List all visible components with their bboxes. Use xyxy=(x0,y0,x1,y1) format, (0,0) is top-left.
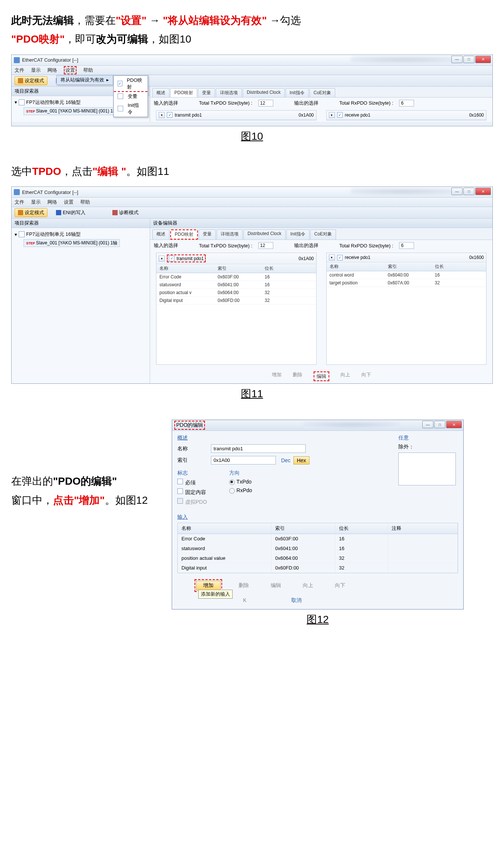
ok-button[interactable]: K xyxy=(243,597,246,604)
minimize-button[interactable]: — xyxy=(422,421,433,428)
index-input[interactable]: 0x1A00 xyxy=(211,456,276,464)
checkbox-icon[interactable] xyxy=(177,479,183,484)
opt-var[interactable]: 变量 xyxy=(114,91,147,101)
tab-detail[interactable]: 详细选项 xyxy=(217,229,243,240)
table-row[interactable]: Digital input0x60FD:0032 xyxy=(156,297,316,305)
expand-icon[interactable]: ▾ xyxy=(159,256,165,262)
menu-view[interactable]: 显示 xyxy=(31,199,41,206)
menu-settings[interactable]: 设置 xyxy=(64,199,74,206)
cancel-button[interactable]: 取消 xyxy=(291,597,302,604)
edit-button[interactable]: 编辑 xyxy=(265,581,286,590)
menu-help[interactable]: 帮助 xyxy=(80,199,90,206)
tab-pdo[interactable]: PDO映射 xyxy=(170,229,198,240)
submenu-enable-edit[interactable]: 将从站编辑设为有效▸ xyxy=(57,75,113,84)
rpdo-panel: ▾✓receive pdo10x1600 名称索引位长 control word… xyxy=(326,253,487,365)
section-any: 任意 xyxy=(398,435,458,441)
close-button[interactable]: ✕ xyxy=(475,188,491,195)
save-icon xyxy=(56,210,61,215)
instruction-3: 在弹出的"PDO的编辑" 窗口中，点击"增加"。如图12 xyxy=(11,472,161,510)
tab-overview[interactable]: 概述 xyxy=(152,88,169,97)
tree-slave[interactable]: STEPSlave_001 [YAKO MS-MINI3E] (001) 1轴 xyxy=(24,239,120,247)
table-row[interactable]: Error Code0x603F:0016 xyxy=(178,534,458,544)
table-row[interactable]: target position0x607A:0032 xyxy=(327,279,486,287)
delete-button[interactable]: 删除 xyxy=(233,581,254,590)
rxsize-input[interactable]: 6 xyxy=(399,242,414,249)
radio-txpdo[interactable] xyxy=(229,479,235,485)
radio-rxpdo[interactable] xyxy=(229,488,235,494)
expand-icon[interactable]: ▾ xyxy=(329,254,335,260)
checkbox-icon[interactable]: ✓ xyxy=(167,112,172,118)
tab-overview[interactable]: 概述 xyxy=(152,229,169,240)
rxsize-input[interactable]: 6 xyxy=(399,100,414,107)
device-editor: 设备编辑器 概述 PDO映射 变量 详细选项 Distributed Clock… xyxy=(150,219,492,383)
wrench-icon xyxy=(18,78,23,83)
add-button[interactable]: 增加 xyxy=(196,581,221,590)
maximize-button[interactable]: □ xyxy=(434,421,445,428)
menu-view[interactable]: 显示 xyxy=(31,67,41,74)
tab-coe[interactable]: CoE对象 xyxy=(310,229,336,240)
dec-button[interactable]: Dec xyxy=(281,457,290,463)
except-list[interactable] xyxy=(398,453,456,485)
tab-init[interactable]: Init指令 xyxy=(286,229,309,240)
mode-button[interactable]: 设定模式 xyxy=(15,208,47,217)
instruction-2: 选中TPDO，点击"编辑 "。如图11 xyxy=(11,162,493,181)
maximize-button[interactable]: □ xyxy=(463,188,475,195)
txsize-input[interactable]: 12 xyxy=(258,242,273,249)
delete-button[interactable]: 删除 xyxy=(293,371,302,381)
tab-var[interactable]: 变量 xyxy=(198,88,215,97)
table-row[interactable]: statusword0x6041:0016 xyxy=(178,544,458,553)
table-row[interactable]: position actual value0x6064:0032 xyxy=(178,553,458,563)
menu-network[interactable]: 网络 xyxy=(47,67,57,74)
table-row[interactable]: Digital input0x60FD:0032 xyxy=(178,563,458,573)
txsize-input[interactable]: 12 xyxy=(258,100,273,107)
checkbox-icon[interactable]: ✓ xyxy=(169,256,174,261)
edit-button[interactable]: 编辑 xyxy=(314,371,329,381)
tab-dc[interactable]: Distributed Clock xyxy=(243,229,286,240)
window-title: PDO的编辑 xyxy=(174,421,205,430)
name-input[interactable]: transmit pdo1 xyxy=(211,444,306,453)
tab-coe[interactable]: CoE对象 xyxy=(309,88,335,97)
close-button[interactable]: ✕ xyxy=(475,56,491,63)
diag-button[interactable]: 诊断模式 xyxy=(109,208,142,217)
table-row[interactable]: position actual v0x6064:0032 xyxy=(156,289,316,297)
tree-root[interactable]: ▾ FP7运动控制单元 16轴型 xyxy=(15,230,147,238)
submenu-options: ✓PDO映射 变量 Init指令 xyxy=(113,75,148,117)
mode-button[interactable]: 设定模式 xyxy=(15,76,47,85)
table-row[interactable]: control word0x6040:0016 xyxy=(327,271,486,279)
menu-file[interactable]: 文件 xyxy=(15,199,24,206)
tab-dc[interactable]: Distributed Clock xyxy=(243,88,285,97)
maximize-button[interactable]: □ xyxy=(463,56,475,63)
opt-init[interactable]: Init指令 xyxy=(114,101,147,117)
menu-file[interactable]: 文件 xyxy=(15,67,24,74)
eni-button[interactable]: ENI的写入 xyxy=(53,208,89,217)
menu-network[interactable]: 网络 xyxy=(47,199,57,206)
down-button[interactable]: 向下 xyxy=(330,581,351,590)
up-button[interactable]: 向上 xyxy=(340,371,350,381)
tab-var[interactable]: 变量 xyxy=(199,229,216,240)
close-button[interactable]: ✕ xyxy=(446,421,462,428)
menu-help[interactable]: 帮助 xyxy=(83,67,93,74)
hex-button[interactable]: Hex xyxy=(293,456,309,464)
section-input: 输入 xyxy=(177,514,458,521)
up-button[interactable]: 向上 xyxy=(298,581,318,590)
expand-icon[interactable]: ▾ xyxy=(329,112,335,118)
table-row[interactable]: Error Code0x603F:0016 xyxy=(156,273,316,281)
opt-pdo[interactable]: ✓PDO映射 xyxy=(114,76,147,92)
checkbox-icon[interactable]: ✓ xyxy=(337,255,343,260)
tree-slave[interactable]: STEPSlave_001 [YAKO MS-MINI3E] (001) 1轴 xyxy=(24,107,120,115)
label-name: 名称 xyxy=(177,445,211,452)
input-table: 名称索引位长注释 Error Code0x603F:0016 statuswor… xyxy=(177,523,458,573)
tab-detail[interactable]: 详细选项 xyxy=(216,88,242,97)
add-button[interactable]: 增加 xyxy=(272,371,281,381)
down-button[interactable]: 向下 xyxy=(361,371,371,381)
checkbox-icon[interactable]: ✓ xyxy=(337,112,343,118)
tab-pdo[interactable]: PDO映射 xyxy=(170,88,197,97)
tab-init[interactable]: Init指令 xyxy=(286,88,309,97)
expand-icon[interactable]: ▾ xyxy=(159,112,165,118)
minimize-button[interactable]: — xyxy=(451,188,463,195)
checkbox-icon[interactable] xyxy=(177,488,183,494)
section-direction: 方向 xyxy=(229,470,252,476)
table-row[interactable]: statusword0x6041:0016 xyxy=(156,281,316,289)
minimize-button[interactable]: — xyxy=(451,56,463,63)
menu-settings[interactable]: 设置 xyxy=(64,66,77,74)
